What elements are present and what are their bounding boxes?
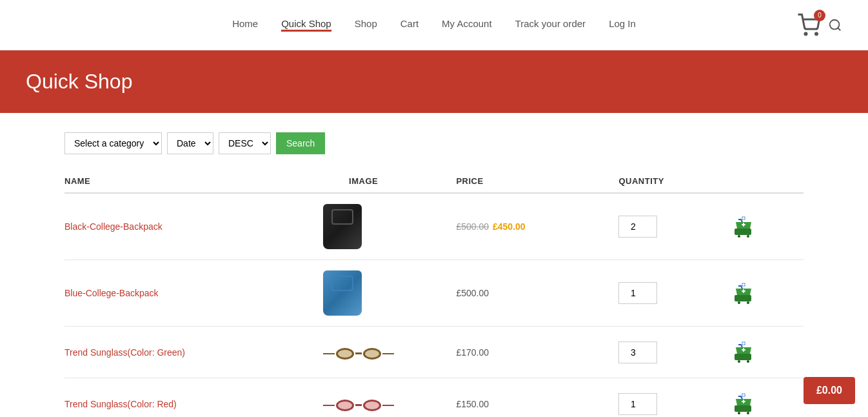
svg-point-9 bbox=[738, 301, 740, 304]
svg-point-6 bbox=[747, 235, 749, 238]
product-image-cell bbox=[323, 260, 456, 327]
main-nav: Home Quick Shop Shop Cart My Account Tra… bbox=[232, 18, 636, 32]
quantity-input[interactable] bbox=[618, 216, 657, 238]
price-normal: £500.00 bbox=[456, 288, 489, 298]
price-normal: £150.00 bbox=[456, 399, 489, 409]
product-quantity-cell bbox=[618, 260, 729, 327]
svg-point-17 bbox=[738, 412, 740, 414]
svg-rect-16 bbox=[735, 405, 751, 412]
product-name-link[interactable]: Blue-College-Backpack bbox=[64, 288, 159, 298]
price-normal: £170.00 bbox=[456, 347, 489, 358]
product-quantity-cell bbox=[618, 193, 729, 260]
nav-home[interactable]: Home bbox=[232, 18, 258, 32]
add-to-cart-icon bbox=[732, 214, 755, 238]
backpack-blue-image bbox=[323, 270, 362, 316]
col-header-name: NAME bbox=[64, 170, 323, 193]
svg-point-18 bbox=[747, 412, 749, 414]
product-quantity-cell bbox=[618, 378, 729, 418]
product-name-link[interactable]: Black-College-Backpack bbox=[64, 221, 163, 232]
category-select[interactable]: Select a category Backpacks Sunglasses bbox=[64, 132, 162, 154]
product-image-cell bbox=[323, 327, 456, 378]
floating-cart[interactable]: £0.00 bbox=[804, 377, 855, 404]
svg-point-10 bbox=[747, 301, 749, 304]
add-to-cart-cell bbox=[729, 260, 804, 327]
price-original: £500.00 bbox=[456, 221, 489, 232]
add-to-cart-icon bbox=[732, 340, 755, 363]
add-to-cart-cell bbox=[729, 327, 804, 378]
svg-point-2 bbox=[830, 19, 840, 29]
add-to-cart-icon bbox=[732, 281, 755, 304]
svg-rect-8 bbox=[735, 295, 751, 301]
quantity-input[interactable] bbox=[618, 282, 657, 304]
add-to-cart-cell bbox=[729, 193, 804, 260]
date-select[interactable]: Date bbox=[167, 132, 213, 154]
add-to-cart-button[interactable] bbox=[729, 389, 758, 417]
hero-banner: Quick Shop bbox=[0, 50, 868, 113]
nav-cart[interactable]: Cart bbox=[400, 18, 419, 32]
sunglasses-red-image bbox=[323, 400, 394, 411]
table-row: Black-College-Backpack£500.00£450.00 bbox=[64, 193, 804, 260]
product-quantity-cell bbox=[618, 327, 729, 378]
nav-shop[interactable]: Shop bbox=[355, 18, 377, 32]
svg-rect-4 bbox=[735, 229, 751, 235]
main-content: Select a category Backpacks Sunglasses D… bbox=[0, 113, 868, 417]
col-header-action bbox=[729, 170, 804, 193]
table-row: Trend Sunglass(Color: Red) £150.00 bbox=[64, 378, 804, 418]
nav-icons: 0 bbox=[797, 14, 842, 37]
svg-point-1 bbox=[816, 33, 818, 35]
product-table: NAME IMAGE PRICE QUANTITY Black-College-… bbox=[64, 170, 804, 417]
col-header-price: PRICE bbox=[456, 170, 618, 193]
nav-quickshop[interactable]: Quick Shop bbox=[281, 18, 331, 32]
add-to-cart-button[interactable] bbox=[729, 212, 758, 242]
svg-point-5 bbox=[738, 235, 740, 238]
nav-login[interactable]: Log In bbox=[609, 18, 636, 32]
search-icon[interactable] bbox=[828, 18, 842, 32]
svg-rect-12 bbox=[735, 354, 751, 360]
col-header-quantity: QUANTITY bbox=[618, 170, 729, 193]
add-to-cart-icon bbox=[732, 391, 755, 414]
product-price-cell: £150.00 bbox=[456, 378, 618, 418]
nav-trackorder[interactable]: Track your order bbox=[515, 18, 586, 32]
product-price-cell: £500.00 bbox=[456, 260, 618, 327]
cart-icon-wrapper[interactable]: 0 bbox=[797, 14, 820, 37]
col-header-image: IMAGE bbox=[323, 170, 456, 193]
sunglasses-green-image bbox=[323, 348, 394, 360]
price-sale: £450.00 bbox=[493, 221, 526, 232]
page-title: Quick Shop bbox=[26, 70, 842, 94]
filter-bar: Select a category Backpacks Sunglasses D… bbox=[64, 132, 804, 154]
add-to-cart-cell bbox=[729, 378, 804, 418]
svg-line-3 bbox=[838, 28, 840, 30]
svg-point-13 bbox=[738, 360, 740, 363]
search-button[interactable]: Search bbox=[276, 132, 325, 154]
nav-myaccount[interactable]: My Account bbox=[442, 18, 492, 32]
backpack-black-image bbox=[323, 204, 362, 249]
cart-badge: 0 bbox=[814, 10, 825, 21]
add-to-cart-button[interactable] bbox=[729, 278, 758, 309]
svg-point-14 bbox=[747, 360, 749, 363]
product-price-cell: £170.00 bbox=[456, 327, 618, 378]
header: Home Quick Shop Shop Cart My Account Tra… bbox=[0, 0, 868, 50]
product-image-cell bbox=[323, 378, 456, 418]
svg-point-0 bbox=[805, 33, 807, 35]
product-name-link[interactable]: Trend Sunglass(Color: Green) bbox=[64, 347, 185, 358]
product-name-link[interactable]: Trend Sunglass(Color: Red) bbox=[64, 399, 177, 409]
order-select[interactable]: DESC ASC bbox=[219, 132, 271, 154]
table-row: Trend Sunglass(Color: Green) £170.00 bbox=[64, 327, 804, 378]
quantity-input[interactable] bbox=[618, 341, 657, 363]
add-to-cart-button[interactable] bbox=[729, 337, 758, 367]
product-image-cell bbox=[323, 193, 456, 260]
product-price-cell: £500.00£450.00 bbox=[456, 193, 618, 260]
table-row: Blue-College-Backpack£500.00 bbox=[64, 260, 804, 327]
quantity-input[interactable] bbox=[618, 393, 657, 415]
